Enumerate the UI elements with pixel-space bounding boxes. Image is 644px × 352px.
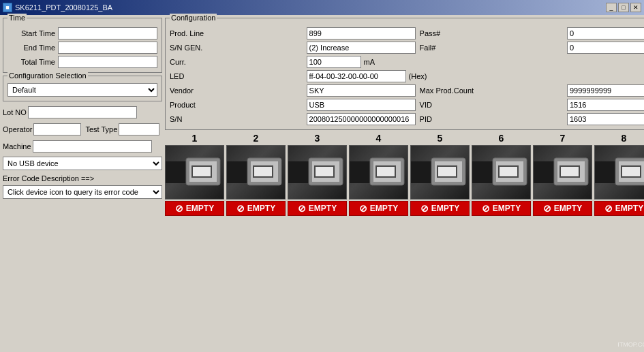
lot-no-label: Lot NO [3, 108, 27, 116]
curr-label: Curr. [170, 58, 303, 66]
usb-ports-container: 1⊘EMPTY2⊘EMPTY3⊘EMPTY4⊘EMPTY5⊘EMPTY6⊘EMP… [165, 133, 644, 349]
vid-input[interactable] [567, 99, 644, 111]
usb-port-4[interactable]: 4⊘EMPTY [349, 133, 408, 349]
port-number-7: 7 [560, 133, 566, 144]
usb-image-6[interactable] [472, 145, 531, 199]
port-number-1: 1 [192, 133, 198, 144]
svg-rect-14 [316, 167, 333, 176]
config-selection-group: Configuration Selection Default [3, 76, 162, 101]
curr-input[interactable] [307, 56, 361, 68]
no-sign-icon: ⊘ [604, 203, 613, 214]
no-sign-icon: ⊘ [482, 203, 490, 214]
center-panel: Configuration Prod. Line Pass# S/N GEN. … [165, 18, 644, 349]
sn-label: S/N [170, 115, 303, 123]
usb-image-4[interactable] [349, 145, 408, 199]
status-text: EMPTY [554, 204, 582, 213]
led-input[interactable] [307, 70, 406, 82]
sn-gen-label: S/N GEN. [170, 44, 303, 52]
fail-label: Fail# [420, 44, 461, 52]
port-status-5: ⊘EMPTY [410, 201, 470, 216]
svg-rect-34 [561, 167, 579, 176]
port-number-5: 5 [438, 133, 443, 144]
usb-image-7[interactable] [533, 145, 592, 199]
total-time-label: Total Time [7, 58, 55, 66]
usb-image-2[interactable] [226, 145, 286, 199]
time-group: Time Start Time End Time Total Time [3, 18, 162, 73]
curr-unit: mA [364, 58, 375, 66]
svg-rect-24 [438, 167, 456, 176]
status-text: EMPTY [309, 204, 337, 213]
pass-input[interactable] [567, 27, 644, 39]
test-type-label: Test Type [85, 125, 117, 133]
usb-port-5[interactable]: 5⊘EMPTY [410, 133, 470, 349]
status-text: EMPTY [431, 204, 459, 213]
port-number-8: 8 [622, 133, 627, 144]
machine-input[interactable] [33, 140, 152, 153]
svg-rect-19 [377, 167, 395, 176]
start-time-input[interactable] [58, 27, 157, 39]
configuration-panel: Configuration Prod. Line Pass# S/N GEN. … [165, 18, 644, 130]
max-prod-label: Max Prod.Count [420, 86, 461, 95]
time-group-label: Time [7, 14, 27, 22]
max-prod-input[interactable] [567, 84, 644, 97]
operator-input[interactable] [33, 123, 81, 135]
fail-input[interactable] [567, 42, 644, 54]
usb-port-1[interactable]: 1⊘EMPTY [165, 133, 224, 349]
close-button[interactable]: ✕ [630, 3, 641, 12]
error-code-dropdown[interactable]: Click device icon to query its error cod… [3, 185, 162, 199]
start-time-label: Start Time [7, 29, 55, 37]
prod-line-input[interactable] [307, 27, 416, 39]
maximize-button[interactable]: □ [618, 3, 629, 12]
usb-device-dropdown[interactable]: No USB device [3, 157, 162, 170]
port-status-2: ⊘EMPTY [226, 201, 286, 216]
usb-port-8[interactable]: 8⊘EMPTY [594, 133, 644, 349]
title-bar: ■ SK6211_PDT_20080125_BA _ □ ✕ [0, 0, 644, 15]
port-status-4: ⊘EMPTY [349, 201, 408, 216]
port-status-6: ⊘EMPTY [472, 201, 531, 216]
pid-label: PID [420, 115, 461, 123]
vendor-label: Vendor [170, 86, 303, 95]
no-sign-icon: ⊘ [298, 203, 306, 214]
status-text: EMPTY [186, 204, 214, 213]
machine-label: Machine [3, 142, 31, 150]
led-unit: (Hex) [409, 72, 427, 80]
usb-port-2[interactable]: 2⊘EMPTY [226, 133, 286, 349]
sn-input[interactable] [307, 113, 416, 125]
pid-input[interactable] [567, 113, 644, 125]
status-text: EMPTY [493, 204, 521, 213]
config-select[interactable]: Default [7, 83, 157, 97]
usb-port-6[interactable]: 6⊘EMPTY [472, 133, 531, 349]
status-text: EMPTY [370, 204, 398, 213]
usb-image-5[interactable] [410, 145, 470, 199]
minimize-button[interactable]: _ [606, 3, 617, 12]
sn-gen-input[interactable] [307, 42, 416, 54]
product-input[interactable] [307, 99, 416, 111]
prod-line-label: Prod. Line [170, 29, 303, 37]
status-text: EMPTY [615, 204, 643, 213]
led-label: LED [170, 72, 303, 80]
port-status-3: ⊘EMPTY [288, 201, 347, 216]
svg-rect-4 [193, 167, 211, 176]
left-panel: Time Start Time End Time Total Time Conf… [3, 18, 162, 349]
test-type-input[interactable] [119, 123, 159, 135]
usb-port-3[interactable]: 3⊘EMPTY [288, 133, 347, 349]
no-sign-icon: ⊘ [236, 203, 245, 214]
lot-no-input[interactable] [28, 106, 137, 118]
total-time-input[interactable] [58, 56, 157, 68]
no-sign-icon: ⊘ [175, 203, 183, 214]
usb-image-8[interactable] [594, 145, 644, 199]
status-text: EMPTY [247, 204, 275, 213]
usb-image-3[interactable] [288, 145, 347, 199]
operator-label: Operator [3, 125, 32, 133]
port-status-8: ⊘EMPTY [594, 201, 644, 216]
usb-image-1[interactable] [165, 145, 224, 199]
port-number-2: 2 [254, 133, 259, 144]
vendor-input[interactable] [307, 84, 416, 97]
end-time-label: End Time [7, 44, 55, 52]
no-sign-icon: ⊘ [420, 203, 429, 214]
usb-port-7[interactable]: 7⊘EMPTY [533, 133, 592, 349]
product-label: Product [170, 101, 303, 109]
end-time-input[interactable] [58, 42, 157, 54]
no-sign-icon: ⊘ [543, 203, 551, 214]
config-selection-label: Configuration Selection [7, 71, 88, 80]
